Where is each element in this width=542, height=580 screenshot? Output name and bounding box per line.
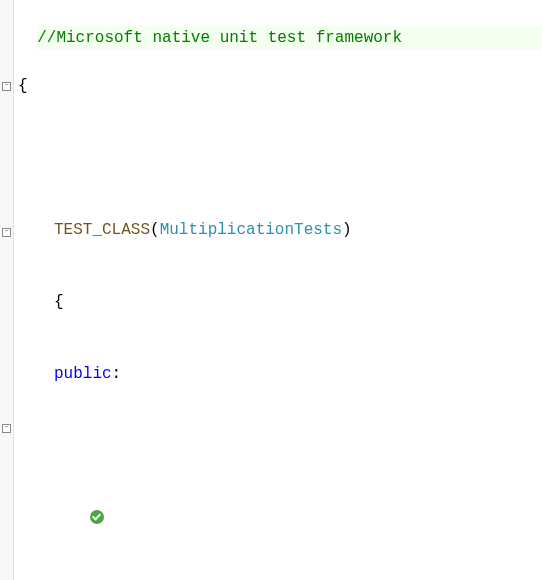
- code-editor[interactable]: //Microsoft native unit test framework {…: [14, 0, 542, 580]
- public-keyword: public: [54, 365, 112, 383]
- test-class-macro: TEST_CLASS: [54, 221, 150, 239]
- test-pass-icon: [90, 510, 104, 524]
- fold-toggle-icon[interactable]: [2, 82, 11, 91]
- code-comment: //Microsoft native unit test framework: [37, 29, 402, 47]
- test-class-name: MultiplicationTests: [160, 221, 342, 239]
- editor-gutter: [0, 0, 14, 580]
- brace-open: {: [54, 293, 64, 311]
- fold-toggle-icon[interactable]: [2, 424, 11, 433]
- fold-toggle-icon[interactable]: [2, 228, 11, 237]
- brace-open: {: [18, 77, 28, 95]
